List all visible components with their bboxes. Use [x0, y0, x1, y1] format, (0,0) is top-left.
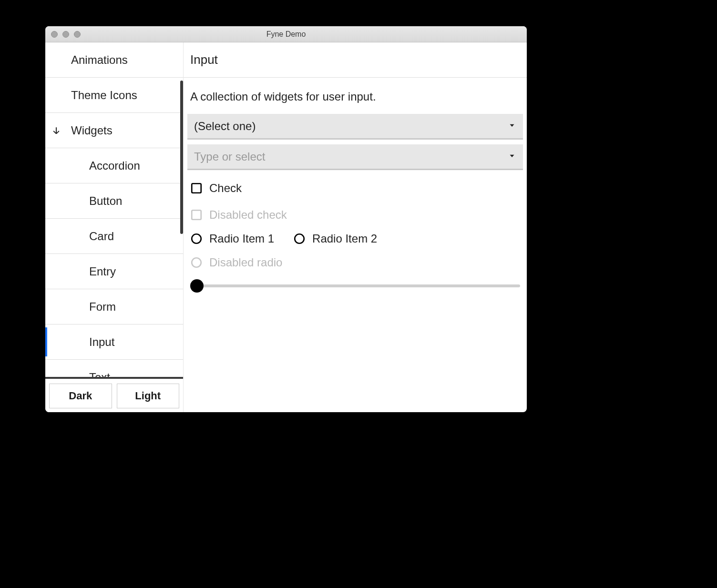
- nav-item-form[interactable]: Form: [45, 289, 183, 324]
- select-widget[interactable]: (Select one): [187, 114, 523, 140]
- nav-tree: Animations Theme Icons Widgets Accordion: [45, 42, 183, 377]
- nav-label: Card: [89, 230, 114, 243]
- radio-label: Disabled radio: [209, 256, 282, 269]
- radio-item-1[interactable]: Radio Item 1: [190, 232, 274, 245]
- nav-label: Input: [89, 335, 114, 349]
- titlebar: Fyne Demo: [45, 26, 527, 42]
- nav-item-button[interactable]: Button: [45, 183, 183, 219]
- nav-label: Accordion: [89, 159, 140, 172]
- nav-item-card[interactable]: Card: [45, 219, 183, 254]
- app-window: Fyne Demo Animations Theme Icons Widget: [45, 26, 527, 412]
- checkbox-label: Disabled check: [209, 208, 287, 222]
- nav-label: Theme Icons: [71, 89, 137, 102]
- window-title: Fyne Demo: [45, 30, 527, 39]
- sidebar: Animations Theme Icons Widgets Accordion: [45, 42, 184, 412]
- page-description: A collection of widgets for user input.: [184, 78, 527, 114]
- radio-item-2[interactable]: Radio Item 2: [293, 232, 377, 245]
- caret-down-icon: [508, 152, 516, 162]
- radio-disabled: Disabled radio: [184, 249, 527, 276]
- chevron-down-icon: [51, 125, 61, 136]
- nav-item-text[interactable]: Text: [45, 360, 183, 377]
- checkbox-disabled: Disabled check: [184, 202, 527, 228]
- svg-rect-0: [192, 183, 201, 193]
- radio-unchecked-icon: [190, 256, 203, 269]
- window-body: Animations Theme Icons Widgets Accordion: [45, 42, 527, 412]
- nav-label: Button: [89, 194, 122, 208]
- nav-item-entry[interactable]: Entry: [45, 254, 183, 289]
- nav-label: Widgets: [71, 124, 113, 137]
- nav-item-animations[interactable]: Animations: [45, 42, 183, 78]
- radio-unchecked-icon: [190, 233, 203, 245]
- nav-label: Animations: [71, 53, 128, 67]
- nav-label: Entry: [89, 265, 116, 278]
- checkbox-label: Check: [209, 182, 242, 195]
- radio-label: Radio Item 2: [312, 232, 377, 245]
- svg-point-2: [192, 234, 201, 243]
- main-panel: Input A collection of widgets for user i…: [184, 42, 527, 412]
- select-placeholder: (Select one): [194, 120, 508, 133]
- nav-item-accordion[interactable]: Accordion: [45, 148, 183, 183]
- svg-rect-1: [192, 210, 201, 220]
- slider-thumb[interactable]: [190, 279, 204, 293]
- checkbox-unchecked-icon: [190, 182, 203, 194]
- page-title: Input: [184, 42, 527, 78]
- nav-item-widgets[interactable]: Widgets: [45, 113, 183, 148]
- nav-item-input[interactable]: Input: [45, 324, 183, 360]
- svg-point-4: [192, 258, 201, 267]
- checkbox-check[interactable]: Check: [184, 175, 527, 202]
- dark-theme-button[interactable]: Dark: [49, 384, 112, 408]
- light-theme-button[interactable]: Light: [117, 384, 180, 408]
- svg-point-3: [295, 234, 304, 243]
- radio-group: Radio Item 1 Radio Item 2: [184, 228, 527, 249]
- radio-label: Radio Item 1: [209, 232, 274, 245]
- caret-down-icon: [508, 121, 516, 132]
- combo-placeholder: Type or select: [194, 150, 508, 163]
- slider-widget[interactable]: [184, 276, 527, 287]
- radio-unchecked-icon: [293, 233, 306, 245]
- nav-label: Form: [89, 300, 116, 314]
- select-entry-widget[interactable]: Type or select: [187, 144, 523, 170]
- scrollbar-vertical[interactable]: [180, 81, 183, 234]
- nav-label: Text: [89, 371, 110, 377]
- nav-item-theme-icons[interactable]: Theme Icons: [45, 78, 183, 113]
- checkbox-unchecked-icon: [190, 209, 203, 221]
- theme-switcher: Dark Light: [45, 377, 183, 412]
- slider-track[interactable]: [190, 284, 520, 287]
